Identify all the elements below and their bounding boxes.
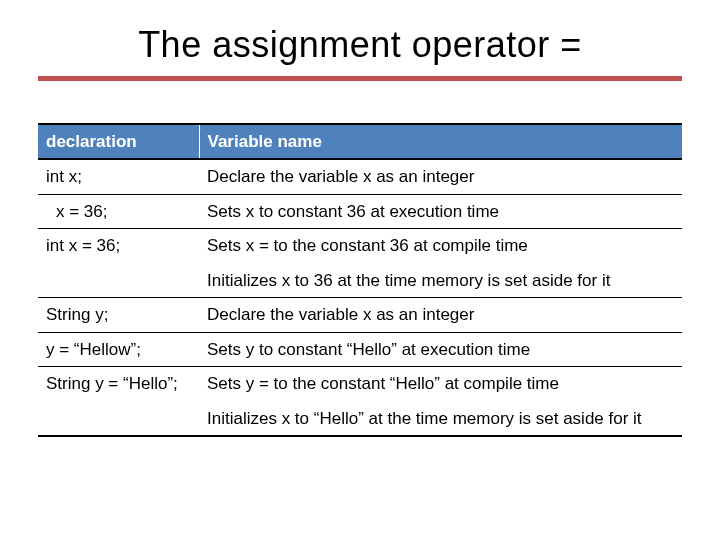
page-title: The assignment operator = [38, 20, 682, 76]
cell-declaration: y = “Hellow”; [38, 332, 199, 366]
cell-declaration: String y; [38, 298, 199, 332]
title-divider [38, 76, 682, 81]
cell-declaration: int x; [38, 159, 199, 194]
table-row: x = 36;Sets x to constant 36 at executio… [38, 194, 682, 228]
cell-declaration: x = 36; [38, 194, 199, 228]
cell-description: Sets y = to the constant “Hello” at comp… [199, 366, 682, 436]
cell-declaration: int x = 36; [38, 228, 199, 298]
cell-description: Sets x = to the constant 36 at compile t… [199, 228, 682, 298]
cell-description: Sets x to constant 36 at execution time [199, 194, 682, 228]
table-row: y = “Hellow”;Sets y to constant “Hello” … [38, 332, 682, 366]
assignment-table: declaration Variable name int x;Declare … [38, 123, 682, 437]
header-variable-name: Variable name [199, 124, 682, 159]
cell-declaration: String y = “Hello”; [38, 366, 199, 436]
cell-description: Declare the variable x as an integer [199, 298, 682, 332]
table-row: int x;Declare the variable x as an integ… [38, 159, 682, 194]
table-row: String y = “Hello”;Sets y = to the const… [38, 366, 682, 436]
cell-description: Declare the variable x as an integer [199, 159, 682, 194]
table-row: String y;Declare the variable x as an in… [38, 298, 682, 332]
header-declaration: declaration [38, 124, 199, 159]
cell-description: Sets y to constant “Hello” at execution … [199, 332, 682, 366]
table-row: int x = 36;Sets x = to the constant 36 a… [38, 228, 682, 298]
slide: The assignment operator = declaration Va… [0, 0, 720, 437]
